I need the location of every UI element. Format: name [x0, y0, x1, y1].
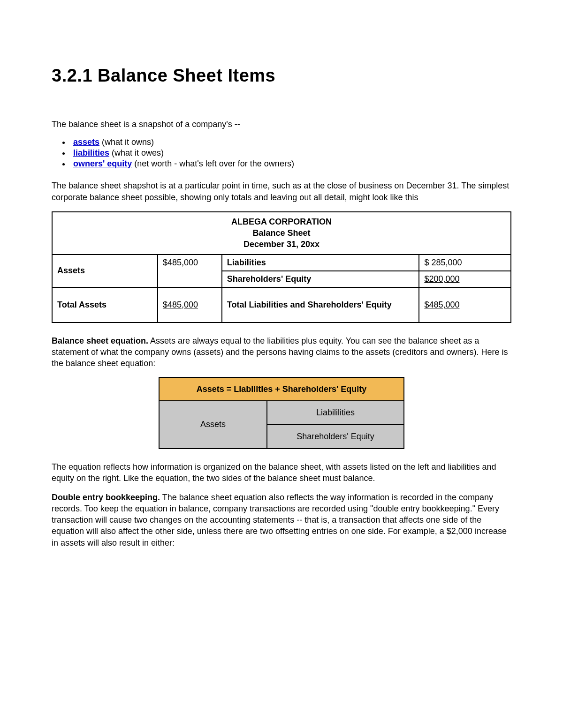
liabilities-link[interactable]: liabilities	[73, 148, 109, 158]
balance-date: December 31, 20xx	[56, 239, 507, 250]
equation-assets-cell: Assets	[159, 401, 267, 449]
equation-se-cell: Shareholders' Equity	[267, 425, 404, 449]
total-lse-label-cell: Total Liabilities and Shareholders' Equi…	[222, 287, 419, 323]
total-assets-label-cell: Total Assets	[52, 287, 158, 323]
liabilities-amount-cell: $ 285,000	[419, 255, 511, 271]
double-entry-lead: Double entry bookkeeping.	[52, 493, 160, 502]
list-item-text: (what it owes)	[109, 148, 164, 158]
page-title: 3.2.1 Balance Sheet Items	[52, 66, 511, 86]
equation-lead: Balance sheet equation.	[52, 336, 148, 345]
list-item: owners' equity (net worth - what's left …	[70, 159, 511, 169]
assets-label-cell: Assets	[52, 255, 158, 287]
list-item-text: (net worth - what's left over for the ow…	[132, 159, 294, 168]
intro-paragraph: The balance sheet is a snapshot of a com…	[52, 119, 511, 130]
balance-sheet-table: ALBEGA CORPORATION Balance Sheet Decembe…	[52, 211, 511, 323]
list-item: liabilities (what it owes)	[70, 148, 511, 158]
equation-paragraph: Balance sheet equation. Assets are alway…	[52, 335, 511, 369]
list-item: assets (what it owns)	[70, 137, 511, 147]
equation-liabilities-cell: Liabililities	[267, 401, 404, 425]
corp-name: ALBEGA CORPORATION	[56, 216, 507, 227]
shareholders-equity-label-cell: Shareholders' Equity	[222, 271, 419, 287]
list-item-text: (what it owns)	[99, 137, 154, 147]
document-page: 3.2.1 Balance Sheet Items The balance sh…	[0, 0, 563, 728]
total-lse-amount-cell: $485,000	[419, 287, 511, 323]
body-paragraph: The balance sheet shapshot is at a parti…	[52, 180, 511, 203]
balance-header-cell: ALBEGA CORPORATION Balance Sheet Decembe…	[52, 212, 511, 255]
assets-amount-cell: $485,000	[158, 255, 222, 287]
owners-equity-link[interactable]: owners' equity	[73, 159, 132, 168]
reflect-paragraph: The equation reflects how information is…	[52, 461, 511, 484]
shareholders-equity-amount-cell: $200,000	[419, 271, 511, 287]
equation-header-cell: Assets = Liabilities + Shareholders' Equ…	[159, 377, 404, 401]
bullet-list: assets (what it owns) liabilities (what …	[70, 137, 511, 169]
double-entry-paragraph: Double entry bookkeeping. The balance sh…	[52, 492, 511, 548]
total-assets-amount-cell: $485,000	[158, 287, 222, 323]
liabilities-label-cell: Liabilities	[222, 255, 419, 271]
balance-subtitle: Balance Sheet	[56, 227, 507, 239]
assets-link[interactable]: assets	[73, 137, 99, 147]
equation-table: Assets = Liabilities + Shareholders' Equ…	[159, 377, 404, 449]
